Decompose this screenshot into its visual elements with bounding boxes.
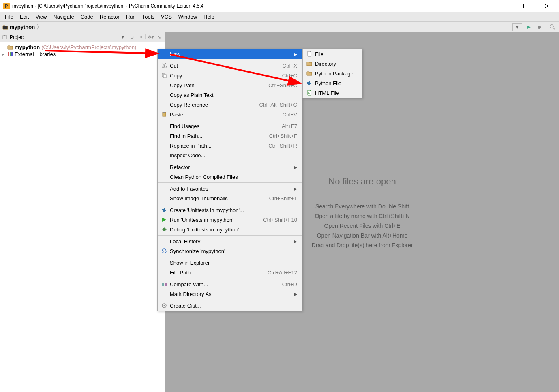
ctx-item-copy[interactable]: CopyCtrl+C	[158, 71, 302, 80]
debug-icon[interactable]	[535, 23, 543, 31]
menu-edit[interactable]: Edit	[17, 13, 32, 21]
menu-separator	[158, 120, 302, 120]
minimize-button[interactable]	[488, 1, 505, 11]
submenu-item-label: Directory	[313, 61, 357, 67]
chevron-right-icon: 〉	[36, 24, 42, 31]
ctx-item-label: Mark Directory As	[168, 291, 289, 297]
ctx-item-clean-python-compiled-files[interactable]: Clean Python Compiled Files	[158, 172, 302, 182]
menu-separator	[158, 204, 302, 204]
chevron-right-icon[interactable]: ▸	[2, 52, 7, 56]
locate-icon[interactable]: ⊙	[128, 34, 135, 41]
ctx-item-cut[interactable]: CutCtrl+X	[158, 61, 302, 71]
svg-point-15	[165, 66, 167, 68]
ctx-item-show-image-thumbnails[interactable]: Show Image ThumbnailsCtrl+Shift+T	[158, 193, 302, 203]
menu-separator	[158, 235, 302, 236]
gear-icon[interactable]: ✻▾	[147, 34, 154, 41]
menu-separator	[158, 182, 302, 183]
titlebar: P mypython - [C:\Users\ly\PycharmProject…	[0, 0, 559, 12]
hide-icon[interactable]: ⤡	[155, 34, 163, 41]
ctx-item-label: File Path	[168, 270, 258, 276]
ctx-shortcut: Ctrl+Shift+F	[269, 133, 297, 139]
ctx-item-local-history[interactable]: Local History▶	[158, 236, 302, 246]
python-icon	[160, 207, 168, 213]
menu-run[interactable]: Run	[123, 13, 139, 21]
ctx-shortcut: Ctrl+D	[282, 281, 297, 287]
ctx-item-find-usages[interactable]: Find UsagesAlt+F7	[158, 121, 302, 131]
ctx-item-inspect-code[interactable]: Inspect Code...	[158, 150, 302, 160]
breadcrumb[interactable]: mypython 〉	[2, 24, 512, 31]
ctx-item-add-to-favorites[interactable]: Add to Favorites▶	[158, 184, 302, 193]
ctx-item-copy-reference[interactable]: Copy ReferenceCtrl+Alt+Shift+C	[158, 100, 302, 109]
ctx-item-refactor[interactable]: Refactor▶	[158, 162, 302, 172]
tree-root[interactable]: mypython (C:\Users\ly\PycharmProjects\my…	[0, 44, 165, 51]
ctx-item-show-in-explorer[interactable]: Show in Explorer	[158, 258, 302, 268]
chevron-right-icon: ▶	[294, 239, 297, 244]
submenu-item-directory[interactable]: Directory	[303, 59, 362, 69]
svg-rect-21	[163, 112, 165, 113]
menu-code[interactable]: Code	[77, 13, 96, 21]
ctx-item-create-gist[interactable]: Create Gist...	[158, 301, 302, 311]
ctx-item-debug-unittests-in-mypython[interactable]: Debug 'Unittests in mypython'	[158, 225, 302, 234]
ctx-item-copy-as-plain-text[interactable]: Copy as Plain Text	[158, 90, 302, 100]
ctx-item-label: Copy Reference	[168, 102, 249, 108]
close-button[interactable]	[538, 1, 556, 11]
menu-tools[interactable]: Tools	[139, 13, 158, 21]
menubar: File Edit View Navigate Code Refactor Ru…	[0, 12, 559, 22]
menu-help[interactable]: Help	[200, 13, 218, 21]
project-tool-icon	[2, 34, 8, 40]
menu-navigate[interactable]: Navigate	[50, 13, 77, 21]
tree-root-path: (C:\Users\ly\PycharmProjects\mypython)	[41, 44, 136, 50]
menu-separator	[158, 278, 302, 278]
nav-dropdown-icon[interactable]: ▾	[512, 23, 522, 31]
ctx-item-paste[interactable]: PasteCtrl+V	[158, 109, 302, 119]
ctx-item-mark-directory-as[interactable]: Mark Directory As▶	[158, 289, 302, 299]
maximize-button[interactable]	[513, 1, 531, 11]
svg-rect-10	[4, 35, 5, 36]
ctx-item-copy-path[interactable]: Copy PathCtrl+Shift+C	[158, 80, 302, 90]
ctx-item-label: Run 'Unittests in mypython'	[168, 217, 253, 223]
submenu-item-file[interactable]: File	[303, 49, 362, 59]
ctx-item-label: Local History	[168, 238, 289, 244]
svg-point-23	[163, 228, 166, 231]
submenu-item-python-file[interactable]: Python File	[303, 78, 362, 88]
titlebar-text: mypython - [C:\Users\ly\PycharmProjects\…	[12, 3, 488, 9]
sidebar-view-dropdown[interactable]: ▼	[121, 35, 125, 39]
svg-text:P: P	[5, 4, 8, 9]
ctx-item-compare-with[interactable]: Compare With...Ctrl+D	[158, 279, 302, 289]
navbar: mypython 〉 ▾	[0, 22, 559, 32]
ctx-item-run-unittests-in-mypython[interactable]: Run 'Unittests in mypython'Ctrl+Shift+F1…	[158, 215, 302, 225]
menu-refactor[interactable]: Refactor	[96, 13, 123, 21]
tree-external-libs[interactable]: ▸ External Libraries	[0, 51, 165, 58]
menu-view[interactable]: View	[32, 13, 50, 21]
ctx-item-new[interactable]: New▶	[158, 49, 302, 59]
svg-rect-28	[165, 283, 167, 286]
ctx-item-create-unittests-in-mypython[interactable]: Create 'Unittests in mypython'...	[158, 205, 302, 215]
ctx-item-synchronize-mypython[interactable]: Synchronize 'mypython'	[158, 246, 302, 256]
file-icon	[305, 51, 313, 57]
submenu-item-label: Python File	[313, 80, 357, 86]
submenu-item-html-file[interactable]: HHTML File	[303, 88, 362, 98]
ctx-item-label: Cut	[168, 63, 273, 69]
ctx-item-label: Create 'Unittests in mypython'...	[168, 207, 297, 213]
svg-point-14	[162, 66, 164, 68]
ctx-item-label: Find in Path...	[168, 133, 259, 139]
menu-separator	[158, 60, 302, 60]
svg-rect-20	[163, 112, 166, 116]
ctx-item-file-path[interactable]: File PathCtrl+Alt+F12	[158, 268, 302, 277]
menu-window[interactable]: Window	[175, 13, 200, 21]
run-icon[interactable]	[525, 23, 533, 31]
ctx-item-find-in-path[interactable]: Find in Path...Ctrl+Shift+F	[158, 131, 302, 141]
ctx-item-label: Copy	[168, 73, 272, 79]
project-sidebar: Project ▼ ⊙ ⇥ ✻▾ ⤡ mypython (C:\Users\ly…	[0, 32, 165, 392]
menu-separator	[158, 257, 302, 257]
svg-line-8	[553, 28, 555, 29]
ctx-item-replace-in-path[interactable]: Replace in Path...Ctrl+Shift+R	[158, 141, 302, 150]
menu-file[interactable]: File	[2, 13, 17, 21]
project-tree: mypython (C:\Users\ly\PycharmProjects\my…	[0, 42, 165, 59]
menu-separator	[158, 300, 302, 300]
submenu-item-python-package[interactable]: Python Package	[303, 69, 362, 78]
collapse-icon[interactable]: ⇥	[136, 34, 143, 41]
menu-vcs[interactable]: VCS	[158, 13, 175, 21]
ctx-item-label: Show Image Thumbnails	[168, 195, 259, 201]
search-icon[interactable]	[548, 23, 557, 31]
